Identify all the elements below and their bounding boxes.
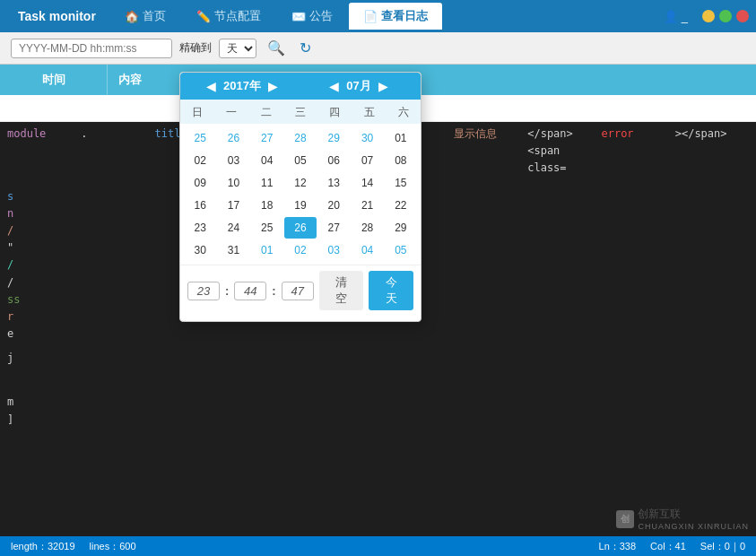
calendar-day[interactable]: 20 [317,195,350,216]
calendar-day[interactable]: 06 [317,150,350,171]
calendar-day[interactable]: 13 [317,172,350,194]
calendar-day[interactable]: 11 [251,172,283,194]
month-section: ◀ 07月 ▶ [300,78,417,94]
calendar-overlay: ◀ 2017年 ▶ ◀ 07月 ▶ 日 一 二 三 四 五 六 25262728… [179,72,421,322]
calendar-day[interactable]: 03 [217,150,249,171]
prev-month-button[interactable]: ◀ [326,80,343,92]
prev-year-button[interactable]: ◀ [203,80,220,92]
user-label: _ [682,10,688,23]
status-sel: Sel：0｜0 [700,540,745,553]
calendar-day[interactable]: 24 [217,217,249,239]
calendar-day[interactable]: 19 [284,195,317,216]
calendar-day[interactable]: 21 [351,195,383,216]
col-time: 时间 [0,65,108,95]
calendar-weekdays: 日 一 二 三 四 五 六 [180,100,421,124]
time-second-input[interactable] [282,282,314,300]
year-label[interactable]: 2017年 [220,78,265,94]
minimize-button[interactable] [702,10,715,22]
calendar-day[interactable]: 28 [284,127,317,149]
time-minute-input[interactable] [234,282,266,300]
calendar-day[interactable]: 08 [385,150,417,171]
weekday-mon: 一 [214,103,248,122]
nav-tabs: 🏠 首页 ✏️ 节点配置 ✉️ 公告 📄 查看日志 [110,3,653,30]
calendar-day[interactable]: 16 [184,195,216,216]
calendar-day[interactable]: 28 [351,217,383,239]
watermark-icon: 创 [616,510,634,528]
calendar-day[interactable]: 31 [217,239,249,261]
restore-button[interactable] [719,10,732,22]
top-bar-right: 👤 _ [656,6,749,27]
tab-node-config[interactable]: ✏️ 节点配置 [182,3,275,30]
calendar-day[interactable]: 04 [251,150,283,171]
calendar-day[interactable]: 14 [351,172,383,194]
calendar-nav: ◀ 2017年 ▶ ◀ 07月 ▶ [180,73,421,100]
calendar-day[interactable]: 03 [317,239,350,261]
next-year-button[interactable]: ▶ [265,80,282,92]
status-right: Ln：338 Col：41 Sel：0｜0 [599,540,745,553]
watermark-brand: 创新互联 [638,507,749,522]
calendar-time-row: : : 清空 今天 [180,265,421,314]
calendar-day[interactable]: 04 [351,239,383,261]
calendar-day[interactable]: 29 [317,127,350,149]
calendar-day[interactable]: 26 [217,127,249,149]
refresh-button[interactable]: ↻ [296,38,315,58]
home-icon: 🏠 [125,10,139,23]
search-button[interactable]: 🔍 [264,38,289,58]
app-title: Task monitor [7,9,107,23]
today-button[interactable]: 今天 [369,271,413,310]
calendar-day[interactable]: 26 [284,217,317,239]
tab-view-log[interactable]: 📄 查看日志 [349,3,442,30]
calendar-day[interactable]: 23 [184,217,216,239]
calendar-day[interactable]: 09 [184,172,216,194]
weekday-wed: 三 [283,103,317,122]
calendar-day[interactable]: 01 [251,239,283,261]
user-button[interactable]: 👤 _ [656,6,695,27]
calendar-day[interactable]: 27 [251,127,283,149]
watermark-sub: CHUANGXIN XINRULIAN [638,522,749,531]
weekday-sat: 六 [387,103,421,122]
weekday-fri: 五 [352,103,386,122]
weekday-thu: 四 [317,103,352,122]
status-lines: lines：600 [90,540,136,553]
calendar-day[interactable]: 30 [184,239,216,261]
calendar-day[interactable]: 05 [385,239,417,261]
window-controls [702,10,749,22]
calendar-day[interactable]: 10 [217,172,249,194]
tab-announcement[interactable]: ✉️ 公告 [277,3,347,30]
status-bar: length：32019 lines：600 Ln：338 Col：41 Sel… [0,536,756,556]
calendar-day[interactable]: 30 [351,127,383,149]
next-month-button[interactable]: ▶ [375,80,392,92]
year-section: ◀ 2017年 ▶ [184,78,300,94]
calendar-day[interactable]: 12 [284,172,317,194]
calendar-days: 2526272829300102030405060708091011121314… [180,124,421,265]
calendar-day[interactable]: 22 [385,195,417,216]
calendar-day[interactable]: 29 [385,217,417,239]
tab-home[interactable]: 🏠 首页 [110,3,180,30]
calendar-day[interactable]: 27 [317,217,350,239]
month-label[interactable]: 07月 [343,78,374,94]
tab-view-log-label: 查看日志 [381,8,428,24]
calendar-day[interactable]: 15 [385,172,417,194]
status-length: length：32019 [11,540,75,553]
toolbar: 精确到 天 时 分 秒 🔍 ↻ [0,32,756,65]
close-button[interactable] [736,10,749,22]
tab-home-label: 首页 [143,8,166,24]
clear-button[interactable]: 清空 [319,271,364,310]
calendar-day[interactable]: 01 [385,127,417,149]
datetime-input[interactable] [11,39,172,58]
time-hour-input[interactable] [187,282,220,300]
weekday-tue: 二 [249,103,283,122]
calendar-day[interactable]: 07 [351,150,383,171]
precision-select[interactable]: 天 时 分 秒 [219,39,256,58]
calendar-day[interactable]: 25 [184,127,216,149]
calendar-day[interactable]: 05 [284,150,317,171]
calendar-day[interactable]: 02 [284,239,317,261]
precision-label: 精确到 [179,40,212,56]
calendar-day[interactable]: 18 [251,195,283,216]
tab-node-config-label: 节点配置 [214,8,261,24]
edit-icon: ✏️ [196,10,211,23]
calendar-day[interactable]: 17 [217,195,249,216]
mail-icon: ✉️ [291,10,306,23]
calendar-day[interactable]: 25 [251,217,283,239]
calendar-day[interactable]: 02 [184,150,216,171]
